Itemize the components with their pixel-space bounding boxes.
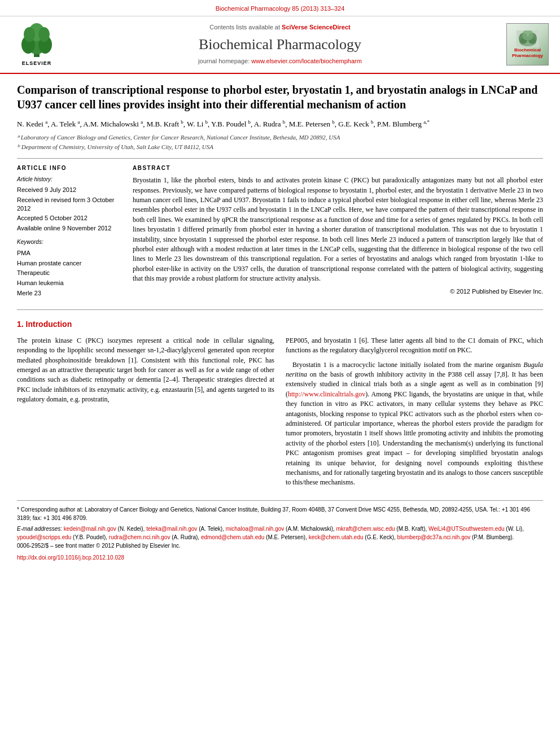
accepted-date: Accepted 5 October 2012	[17, 214, 121, 222]
introduction-section: 1. Introduction The protein kinase C (PK…	[17, 319, 543, 492]
abstract-paragraph: Bryostatin 1, like the phorbol esters, b…	[133, 176, 543, 283]
history-label: Article history:	[17, 176, 121, 184]
journal-citation-bar: Biochemical Pharmacology 85 (2013) 313–3…	[0, 0, 560, 16]
clinicaltrials-link[interactable]: http://www.clinicaltrials.gov	[288, 390, 365, 398]
sciverse-link[interactable]: SciVerse ScienceDirect	[282, 24, 351, 30]
email-edmond: edmond@chem.utah.edu	[201, 534, 264, 540]
email-michalowski: michaloa@mail.nih.gov	[226, 526, 285, 532]
intro-heading: 1. Introduction	[17, 319, 543, 330]
keyword-therapeutic: Therapeutic	[17, 268, 121, 278]
intro-col-left: The protein kinase C (PKC) isozymes repr…	[17, 336, 274, 492]
revised-date: Received in revised form 3 October 2012	[17, 196, 121, 213]
keyword-hl: Human leukemia	[17, 278, 121, 289]
keywords-section: Keywords: PMA Human prostate cancer Ther…	[17, 238, 121, 298]
journal-center-header: Contents lists available at SciVerse Sci…	[62, 23, 498, 65]
article-info-abstract: ARTICLE INFO Article history: Received 9…	[17, 164, 543, 304]
header-divider	[17, 158, 543, 159]
homepage-link[interactable]: www.elsevier.com/locate/biochempharm	[251, 58, 362, 64]
intro-p2: PEP005, and bryostatin 1 [6]. These latt…	[286, 336, 543, 356]
keyword-pma: PMA	[17, 248, 121, 259]
email-telek: teleka@mail.nih.gov	[146, 526, 197, 532]
keywords-label: Keywords:	[17, 238, 121, 246]
email-keck: keck@chem.utah.edu	[309, 534, 364, 540]
keywords-list: PMA Human prostate cancer Therapeutic Hu…	[17, 248, 121, 298]
email-blumberg: blumberp@dc37a.nci.nih.gov	[397, 534, 471, 540]
bp-logo-title: BiochemicalPharmacology	[512, 47, 543, 58]
doi-link[interactable]: http://dx.doi.org/10.1016/j.bcp.2012.10.…	[17, 554, 124, 561]
bp-logo-area: BiochemicalPharmacology	[498, 23, 549, 65]
bp-logo-image	[517, 30, 539, 47]
footnote-area: * Corresponding author at: Laboratory of…	[17, 500, 543, 562]
intro-p3: Bryostatin 1 is a macrocyclic lactone in…	[286, 360, 543, 488]
bp-logo-box: BiochemicalPharmacology	[506, 23, 549, 65]
email-list: kedein@mail.nih.gov	[64, 526, 116, 532]
intro-col-right: PEP005, and bryostatin 1 [6]. These latt…	[286, 336, 543, 492]
intro-body-columns: The protein kinase C (PKC) isozymes repr…	[17, 336, 543, 492]
copyright-line: © 2012 Published by Elsevier Inc.	[133, 287, 543, 296]
email-li: WeiLi4@UTSouthwestern.edu	[428, 526, 504, 532]
svg-point-6	[38, 27, 50, 42]
article-title: Comparison of transcriptional response t…	[17, 82, 543, 112]
elsevier-label: ELSEVIER	[22, 60, 52, 67]
abstract-text: Bryostatin 1, like the phorbol esters, b…	[133, 176, 543, 283]
issn-line: 0006-2952/$ – see front matter © 2012 Pu…	[17, 541, 543, 550]
article-content: Comparison of transcriptional response t…	[0, 74, 560, 570]
article-info-heading: ARTICLE INFO	[17, 164, 121, 172]
abstract-column: ABSTRACT Bryostatin 1, like the phorbol …	[133, 164, 543, 304]
affil-a: ᵃ Laboratory of Cancer Biology and Genet…	[17, 133, 543, 142]
svg-point-5	[24, 27, 35, 42]
journal-citation: Biochemical Pharmacology 85 (2013) 313–3…	[216, 5, 345, 12]
sciverse-text: Contents lists available at	[209, 24, 282, 30]
elsevier-logo-area: ELSEVIER	[11, 22, 62, 67]
keyword-hpc: Human prostate cancer	[17, 259, 121, 269]
abstract-divider	[17, 309, 543, 310]
email-kraft: mkraft@chem.wisc.edu	[336, 526, 395, 532]
journal-homepage: journal homepage: www.elsevier.com/locat…	[68, 57, 492, 65]
elsevier-logo: ELSEVIER	[11, 22, 62, 67]
article-info-section: ARTICLE INFO Article history: Received 9…	[17, 164, 121, 233]
email-footnote: E-mail addresses: kedein@mail.nih.gov (N…	[17, 525, 543, 541]
email-rudra: rudra@chem.nci.nih.gov	[109, 534, 170, 540]
abstract-heading: ABSTRACT	[133, 164, 543, 172]
sciverse-line: Contents lists available at SciVerse Sci…	[68, 23, 492, 32]
journal-title: Biochemical Pharmacology	[68, 34, 492, 55]
intro-p1: The protein kinase C (PKC) isozymes repr…	[17, 336, 274, 405]
email-poudel: ypoudel@scripps.edu	[17, 534, 71, 540]
affil-b: ᵇ Department of Chemistry, University of…	[17, 142, 543, 152]
authors-line: N. Kedei a, A. Telek a, A.M. Michalowski…	[17, 119, 543, 130]
page: Biochemical Pharmacology 85 (2013) 313–3…	[0, 0, 560, 570]
received-date: Received 9 July 2012	[17, 186, 121, 194]
affiliations: ᵃ Laboratory of Cancer Biology and Genet…	[17, 133, 543, 151]
journal-header: ELSEVIER Contents lists available at Sci…	[0, 16, 560, 74]
doi-line: http://dx.doi.org/10.1016/j.bcp.2012.10.…	[17, 553, 543, 562]
keyword-merle: Merle 23	[17, 289, 121, 299]
corresponding-author-footnote: * Corresponding author at: Laboratory of…	[17, 505, 543, 522]
elsevier-tree-icon	[17, 22, 56, 59]
online-date: Available online 9 November 2012	[17, 224, 121, 233]
article-info-column: ARTICLE INFO Article history: Received 9…	[17, 164, 121, 304]
